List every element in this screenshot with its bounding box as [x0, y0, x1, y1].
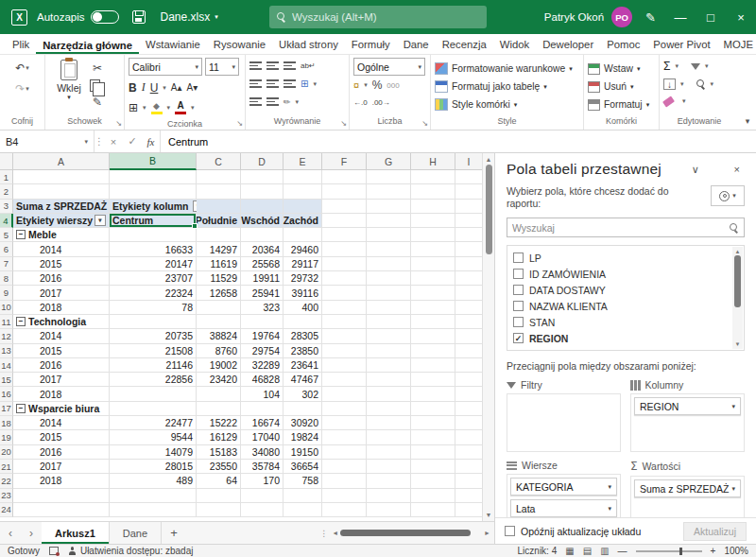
- pane-collapse-icon[interactable]: ∨: [687, 164, 704, 176]
- zoom-out-icon[interactable]: —: [618, 546, 627, 556]
- cell-C20[interactable]: 15183: [197, 445, 241, 460]
- cell-E7[interactable]: 29117: [284, 257, 322, 271]
- rows-dropzone[interactable]: KATEGORIA▾Lata▾: [507, 474, 621, 517]
- collapse-group-icon[interactable]: −: [16, 404, 26, 413]
- conditional-formatting-button[interactable]: Formatowanie warunkowe ▾: [435, 60, 573, 78]
- cancel-entry-icon[interactable]: ×: [104, 131, 123, 152]
- row-header-13[interactable]: 13: [0, 344, 13, 358]
- tab-recenzja[interactable]: Recenzja: [436, 37, 493, 54]
- cell-F7[interactable]: [322, 257, 367, 271]
- field-scroll-up-icon[interactable]: ▲: [735, 249, 741, 254]
- cell-F6[interactable]: [322, 242, 367, 256]
- cell-A20[interactable]: 2016: [13, 445, 110, 460]
- cell-E4[interactable]: Zachód: [284, 214, 322, 228]
- fill-down-icon[interactable]: ↓: [663, 78, 676, 90]
- cell-A3[interactable]: Suma z SPRZEDAŻ: [13, 200, 110, 214]
- cell-E6[interactable]: 29460: [284, 242, 322, 256]
- format-painter-button[interactable]: ✎: [89, 94, 106, 111]
- tab-formuły[interactable]: Formuły: [345, 37, 397, 54]
- field-checkbox[interactable]: [513, 269, 524, 279]
- cell-D19[interactable]: 17040: [241, 430, 284, 444]
- cell-A11[interactable]: −Technologia: [13, 315, 110, 329]
- row-header-6[interactable]: 6: [0, 242, 13, 256]
- cell-E3[interactable]: [284, 200, 322, 214]
- row-header-5[interactable]: 5: [0, 228, 13, 242]
- page-break-view-icon[interactable]: ▥: [600, 546, 609, 556]
- avatar[interactable]: PO: [611, 7, 632, 27]
- row-header-17[interactable]: 17: [0, 402, 13, 416]
- cell-F18[interactable]: [322, 416, 367, 430]
- cell-G22[interactable]: [367, 474, 411, 488]
- cell-B11[interactable]: [110, 315, 197, 329]
- normal-view-icon[interactable]: ▦: [565, 546, 574, 556]
- col-header-D[interactable]: D: [241, 153, 284, 170]
- cell-A21[interactable]: 2017: [13, 460, 110, 474]
- cell-A19[interactable]: 2015: [13, 430, 110, 444]
- cell-G1[interactable]: [367, 170, 411, 184]
- row-header-18[interactable]: 18: [0, 416, 13, 430]
- cell-F21[interactable]: [322, 460, 367, 474]
- autosave-toggle[interactable]: [91, 10, 119, 24]
- cell-H9[interactable]: [411, 286, 455, 300]
- cell-F2[interactable]: [322, 184, 367, 199]
- cell-D16[interactable]: 104: [241, 387, 284, 401]
- cell-D2[interactable]: [241, 184, 284, 199]
- cell-H2[interactable]: [411, 184, 455, 199]
- cell-A6[interactable]: 2014: [13, 242, 110, 256]
- cell-H10[interactable]: [411, 301, 455, 315]
- cell-B9[interactable]: 22324: [110, 286, 197, 300]
- cell-E12[interactable]: 28305: [284, 329, 322, 343]
- row-header-12[interactable]: 12: [0, 329, 13, 343]
- cell-B16[interactable]: [110, 387, 197, 401]
- cell-C10[interactable]: [197, 301, 241, 315]
- cell-G14[interactable]: [367, 358, 411, 373]
- values-dropzone[interactable]: Suma z SPRZEDAŻ▾: [630, 476, 745, 517]
- cell-G15[interactable]: [367, 373, 411, 387]
- cell-A10[interactable]: 2018: [13, 301, 110, 315]
- field-search-input[interactable]: [512, 222, 730, 234]
- sheet-nav-right-icon[interactable]: ›: [21, 522, 42, 544]
- cell-E8[interactable]: 29732: [284, 271, 322, 286]
- cell-B2[interactable]: [110, 184, 197, 199]
- cell-E19[interactable]: 19824: [284, 430, 322, 444]
- cell-H16[interactable]: [411, 387, 455, 401]
- row-header-16[interactable]: 16: [0, 387, 13, 401]
- field-scroll-thumb[interactable]: [734, 255, 741, 307]
- pill-suma-z-sprzedaż[interactable]: Suma z SPRZEDAŻ▾: [634, 479, 741, 497]
- col-header-F[interactable]: F: [322, 153, 367, 170]
- cell-I5[interactable]: [455, 228, 483, 242]
- cell-F4[interactable]: [322, 214, 367, 228]
- italic-button[interactable]: I: [142, 80, 146, 95]
- cell-F9[interactable]: [322, 286, 367, 300]
- scroll-up-icon[interactable]: ▲: [486, 156, 492, 163]
- insert-function-icon[interactable]: fx: [142, 131, 161, 152]
- field-search-box[interactable]: [507, 218, 745, 237]
- cell-A16[interactable]: 2018: [13, 387, 110, 401]
- cell-I9[interactable]: [455, 286, 483, 300]
- cell-A7[interactable]: 2015: [13, 257, 110, 271]
- font-name-select[interactable]: Calibri▾: [129, 58, 202, 76]
- cell-G18[interactable]: [367, 416, 411, 430]
- copy-button[interactable]: ▾: [89, 77, 106, 94]
- tab-układ-strony[interactable]: Układ strony: [272, 37, 345, 54]
- cell-C1[interactable]: [197, 170, 241, 184]
- col-header-H[interactable]: H: [411, 153, 455, 170]
- cell-G2[interactable]: [367, 184, 411, 199]
- cell-A14[interactable]: 2016: [13, 358, 110, 373]
- font-size-select[interactable]: 11▾: [205, 58, 239, 76]
- cell-H24[interactable]: [411, 503, 455, 517]
- update-button[interactable]: Aktualizuj: [683, 522, 747, 541]
- delete-cells-button[interactable]: Usuń▾: [588, 78, 634, 96]
- col-header-B[interactable]: B: [110, 153, 197, 170]
- decrease-decimal-button[interactable]: .00→: [372, 98, 390, 107]
- cell-G24[interactable]: [367, 503, 411, 517]
- cell-C19[interactable]: 16129: [197, 430, 241, 444]
- decrease-indent-icon[interactable]: [249, 97, 262, 106]
- row-header-22[interactable]: 22: [0, 474, 13, 488]
- increase-decimal-button[interactable]: ←.0: [353, 98, 368, 107]
- cell-C2[interactable]: [197, 184, 241, 199]
- cell-styles-button[interactable]: Style komórki ▾: [435, 96, 517, 113]
- align-right-icon[interactable]: [284, 79, 296, 88]
- cell-E22[interactable]: 758: [284, 474, 322, 488]
- row-header-7[interactable]: 7: [0, 257, 13, 271]
